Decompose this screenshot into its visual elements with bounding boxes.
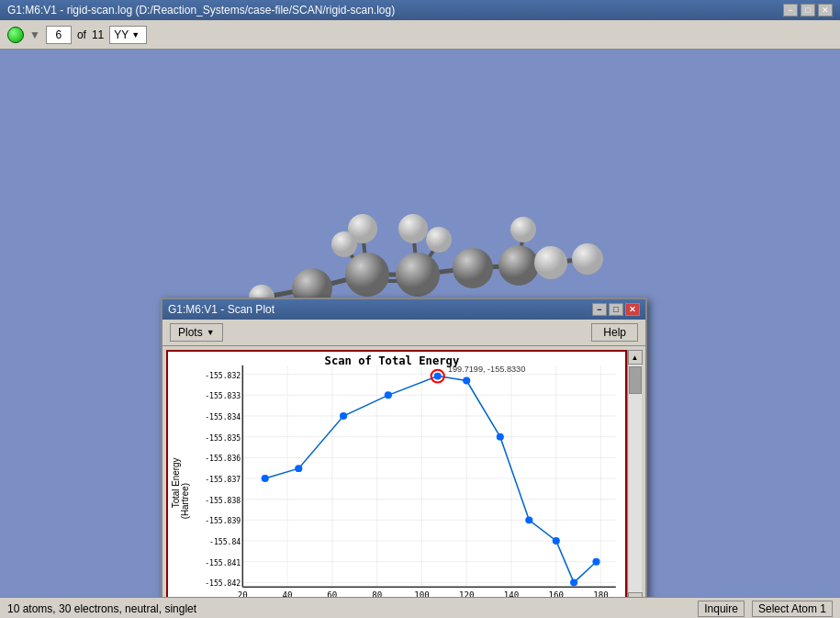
data-point[interactable] xyxy=(497,433,504,441)
atom-c1 xyxy=(292,268,332,298)
data-point[interactable] xyxy=(463,377,470,385)
scan-maximize-button[interactable]: □ xyxy=(609,303,623,316)
scan-plot-window: G1:M6:V1 - Scan Plot − □ ✕ Plots ▼ Help xyxy=(161,298,647,618)
plot-container: Scan of Total Energy Total Energy (Hartr… xyxy=(162,346,645,611)
y-axis-unit: (Hartree) xyxy=(180,483,190,519)
scan-plot-toolbar: Plots ▼ Help xyxy=(162,320,645,346)
data-point[interactable] xyxy=(340,412,347,420)
data-point[interactable] xyxy=(570,579,577,586)
atom-h1 xyxy=(249,285,274,298)
scan-minimize-button[interactable]: − xyxy=(592,303,607,316)
svg-text:-155.838: -155.838 xyxy=(205,497,241,505)
plot-area: Scan of Total Energy Total Energy (Hartr… xyxy=(166,350,627,607)
data-point[interactable] xyxy=(295,465,302,472)
atom-h7 xyxy=(510,217,536,242)
inquire-button[interactable]: Inquire xyxy=(698,601,745,617)
maximize-button[interactable]: □ xyxy=(801,4,815,17)
atom-c2 xyxy=(345,253,389,297)
svg-text:-155.839: -155.839 xyxy=(205,517,241,525)
svg-text:-155.836: -155.836 xyxy=(205,455,241,463)
main-toolbar: ▼ 6 of 11 YY ▼ xyxy=(0,20,840,50)
scroll-thumb[interactable] xyxy=(629,366,642,394)
svg-text:-155.84: -155.84 xyxy=(209,538,241,546)
atom-h8 xyxy=(534,246,567,279)
atom-c3 xyxy=(396,253,440,297)
data-point[interactable] xyxy=(592,558,599,566)
help-button[interactable]: Help xyxy=(591,323,638,342)
bottom-status-bar: 10 atoms, 30 electrons, neutral, singlet… xyxy=(0,597,840,618)
main-title: G1:M6:V1 - rigid-scan.log (D:/Reaction_S… xyxy=(7,4,395,17)
scan-plot-title: G1:M6:V1 - Scan Plot xyxy=(168,303,274,316)
viewport: G1:M6:V1 - Scan Plot − □ ✕ Plots ▼ Help xyxy=(0,50,840,618)
atom-info: 10 atoms, 30 electrons, neutral, singlet xyxy=(7,602,196,615)
chart-svg: Scan of Total Energy Total Energy (Hartr… xyxy=(168,352,625,605)
atom-h4 xyxy=(398,214,428,243)
selected-data-point[interactable] xyxy=(434,373,442,380)
atom-c4 xyxy=(453,248,493,288)
status-indicator xyxy=(7,27,24,43)
molecule-display xyxy=(0,105,840,298)
toolbar-separator: ▼ xyxy=(29,28,40,41)
annotation-text: 199.7199, -155.8330 xyxy=(448,365,525,374)
total-frames: 11 xyxy=(92,28,104,41)
status-buttons: Inquire Select Atom 1 xyxy=(698,601,833,617)
minimize-button[interactable]: − xyxy=(783,4,798,17)
svg-text:-155.837: -155.837 xyxy=(205,476,241,484)
view-dropdown[interactable]: YY ▼ xyxy=(109,26,147,44)
scan-plot-titlebar: G1:M6:V1 - Scan Plot − □ ✕ xyxy=(162,299,645,320)
svg-text:-155.833: -155.833 xyxy=(205,392,241,400)
plot-scrollbar: ▲ ▼ xyxy=(627,350,642,607)
plots-button[interactable]: Plots ▼ xyxy=(170,323,223,342)
data-point[interactable] xyxy=(262,475,269,482)
chart-title: Scan of Total Energy xyxy=(325,354,460,367)
svg-text:-155.835: -155.835 xyxy=(205,434,241,443)
data-point[interactable] xyxy=(525,516,532,523)
of-label: of xyxy=(77,28,86,41)
atom-h3 xyxy=(331,231,357,257)
titlebar-buttons: − □ ✕ xyxy=(783,4,833,17)
svg-text:-155.832: -155.832 xyxy=(205,372,241,380)
scan-close-button[interactable]: ✕ xyxy=(625,303,640,316)
svg-text:-155.842: -155.842 xyxy=(205,579,241,588)
close-button[interactable]: ✕ xyxy=(818,4,833,17)
data-point[interactable] xyxy=(385,391,392,399)
data-point[interactable] xyxy=(553,537,560,545)
svg-text:-155.834: -155.834 xyxy=(205,413,241,421)
scan-plot-title-buttons: − □ ✕ xyxy=(592,303,640,316)
svg-text:-155.841: -155.841 xyxy=(205,559,241,567)
scroll-up-button[interactable]: ▲ xyxy=(628,350,643,365)
select-atom-button[interactable]: Select Atom 1 xyxy=(752,601,833,617)
main-titlebar: G1:M6:V1 - rigid-scan.log (D:/Reaction_S… xyxy=(0,0,840,20)
atom-h9 xyxy=(572,243,603,275)
frame-input[interactable]: 6 xyxy=(46,26,72,44)
atom-c5 xyxy=(498,245,539,286)
atom-h5 xyxy=(426,227,452,253)
